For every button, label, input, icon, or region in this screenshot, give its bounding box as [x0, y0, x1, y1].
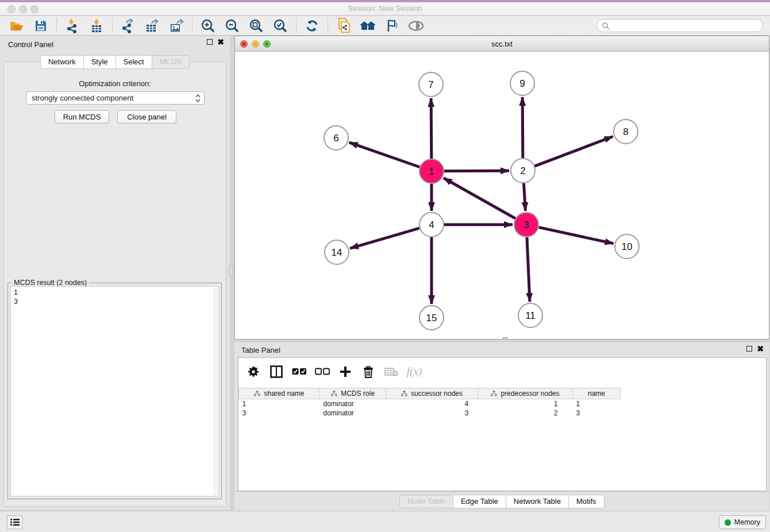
add-column-icon[interactable]: [337, 364, 353, 380]
table-toolbar: f(x): [238, 358, 422, 385]
import-network-icon[interactable]: [60, 17, 84, 34]
close-panel-button[interactable]: Close panel: [117, 110, 176, 124]
graph-node-4[interactable]: 4: [419, 213, 444, 237]
zoom-fit-icon[interactable]: [244, 17, 268, 34]
memory-button[interactable]: Memory: [719, 515, 766, 529]
cell-shared-name[interactable]: 3: [239, 408, 320, 418]
accent-strip: [0, 0, 770, 2]
cell-name[interactable]: 1: [573, 399, 621, 408]
task-history-button[interactable]: [7, 515, 22, 529]
tab-node-table[interactable]: Node Table: [399, 495, 453, 508]
graph-node-7[interactable]: 7: [419, 72, 443, 97]
show-hide-details-eye-icon[interactable]: [404, 17, 428, 34]
select-all-checkboxes-icon[interactable]: [291, 364, 307, 380]
network-title: scc.txt: [235, 40, 769, 48]
graph-edge-3-11[interactable]: [527, 237, 530, 302]
column-header-name[interactable]: name: [573, 388, 621, 399]
svg-text:1: 1: [429, 166, 434, 177]
graph-node-10[interactable]: 10: [615, 234, 639, 259]
float-table-panel-icon[interactable]: [746, 346, 752, 352]
graph-node-15[interactable]: 15: [419, 306, 444, 330]
annotation-flag-icon[interactable]: [380, 17, 404, 34]
graph-edge-4-14[interactable]: [350, 228, 419, 248]
mcds-result-text[interactable]: 1 3: [10, 286, 219, 496]
cell-successor-nodes[interactable]: 4: [386, 399, 478, 408]
cell-name[interactable]: 3: [573, 408, 621, 418]
result-scrollbar[interactable]: [214, 287, 218, 495]
network-resize-handle[interactable]: [502, 337, 508, 340]
import-table-icon[interactable]: [84, 17, 109, 34]
tab-motifs[interactable]: Motifs: [569, 495, 605, 508]
tab-mcds[interactable]: MCDS: [152, 55, 190, 69]
clone-network-icon[interactable]: [332, 17, 356, 34]
graph-edge-2-9[interactable]: [522, 97, 523, 158]
mcds-panel: Optimization criterion: strongly connect…: [3, 61, 226, 507]
tab-select[interactable]: Select: [116, 55, 152, 69]
svg-text:8: 8: [623, 126, 628, 137]
search-input[interactable]: [610, 22, 758, 30]
table-options-gear-icon[interactable]: [245, 364, 261, 380]
home-icon[interactable]: [356, 17, 380, 34]
cell-successor-nodes[interactable]: 3: [386, 408, 478, 418]
close-panel-icon[interactable]: ✖: [217, 39, 224, 45]
tab-edge-table[interactable]: Edge Table: [453, 495, 506, 508]
graph-edge-2-3[interactable]: [523, 183, 525, 211]
network-view-window: ✕ − + scc.txt 7968124314101511: [234, 36, 769, 340]
export-network-icon[interactable]: [116, 17, 140, 34]
run-mcds-button[interactable]: Run MCDS: [55, 110, 109, 124]
tab-network-table[interactable]: Network Table: [506, 495, 569, 508]
graph-node-1[interactable]: 1: [419, 159, 444, 183]
float-panel-icon[interactable]: [207, 39, 213, 45]
graph-node-14[interactable]: 14: [325, 240, 349, 264]
column-header-predecessor-nodes[interactable]: predecessor nodes: [478, 388, 573, 399]
search-field[interactable]: [596, 19, 763, 32]
graph-edge-1-7[interactable]: [431, 98, 432, 159]
cell-mcds-role[interactable]: dominator: [320, 408, 386, 418]
zoom-out-icon[interactable]: [220, 17, 244, 34]
graph-edge-1-6[interactable]: [349, 142, 420, 167]
result-line: 3: [14, 297, 215, 306]
delete-column-trash-icon[interactable]: [360, 364, 376, 380]
svg-text:4: 4: [429, 219, 434, 230]
tab-style[interactable]: Style: [84, 55, 116, 69]
deselect-all-checkboxes-icon[interactable]: [314, 364, 330, 380]
graph-node-9[interactable]: 9: [510, 71, 534, 95]
table-row[interactable]: 1 dominator 4 1 1: [239, 399, 621, 408]
export-table-icon[interactable]: [140, 17, 164, 34]
column-header-mcds-role[interactable]: MCDS role: [320, 388, 386, 399]
close-table-panel-icon[interactable]: ✖: [757, 346, 764, 352]
graph-edge-1-2[interactable]: [444, 171, 509, 171]
column-header-shared-name[interactable]: shared name: [239, 388, 320, 399]
criterion-select[interactable]: strongly connected component: [26, 91, 205, 105]
zoom-selected-icon[interactable]: [268, 17, 292, 34]
graph-edge-2-8[interactable]: [535, 137, 613, 167]
save-session-icon[interactable]: [29, 17, 53, 34]
graph-edge-3-1[interactable]: [444, 178, 515, 218]
export-image-icon[interactable]: [164, 17, 188, 34]
zoom-in-icon[interactable]: [196, 17, 220, 34]
toggle-column-view-icon[interactable]: [268, 364, 284, 380]
graph-node-6[interactable]: 6: [324, 126, 348, 150]
column-header-successor-nodes[interactable]: successor nodes: [386, 388, 478, 399]
tab-network[interactable]: Network: [40, 55, 84, 69]
cell-predecessor-nodes[interactable]: 2: [478, 408, 573, 418]
apply-layout-icon[interactable]: [300, 17, 324, 34]
graph-node-8[interactable]: 8: [614, 119, 638, 144]
function-builder-icon[interactable]: f(x): [406, 364, 422, 380]
panel-splitter-grip[interactable]: [229, 265, 233, 276]
table-row[interactable]: 3 dominator 3 2 3: [239, 408, 621, 418]
cell-predecessor-nodes[interactable]: 1: [478, 399, 573, 408]
table-panel-tabs: Node Table Edge Table Network Table Moti…: [234, 491, 769, 511]
svg-text:6: 6: [333, 133, 338, 144]
cell-shared-name[interactable]: 1: [239, 399, 320, 408]
cell-mcds-role[interactable]: dominator: [320, 399, 386, 408]
graph-node-3[interactable]: 3: [514, 213, 538, 237]
network-canvas[interactable]: 7968124314101511: [235, 52, 769, 340]
graph-node-11[interactable]: 11: [518, 303, 542, 327]
graph-node-2[interactable]: 2: [511, 159, 535, 183]
svg-text:11: 11: [525, 310, 536, 321]
graph-edge-3-10[interactable]: [538, 228, 613, 244]
chevron-up-down-icon: [195, 94, 201, 102]
delete-table-icon[interactable]: [383, 364, 399, 380]
open-session-icon[interactable]: [5, 17, 29, 34]
